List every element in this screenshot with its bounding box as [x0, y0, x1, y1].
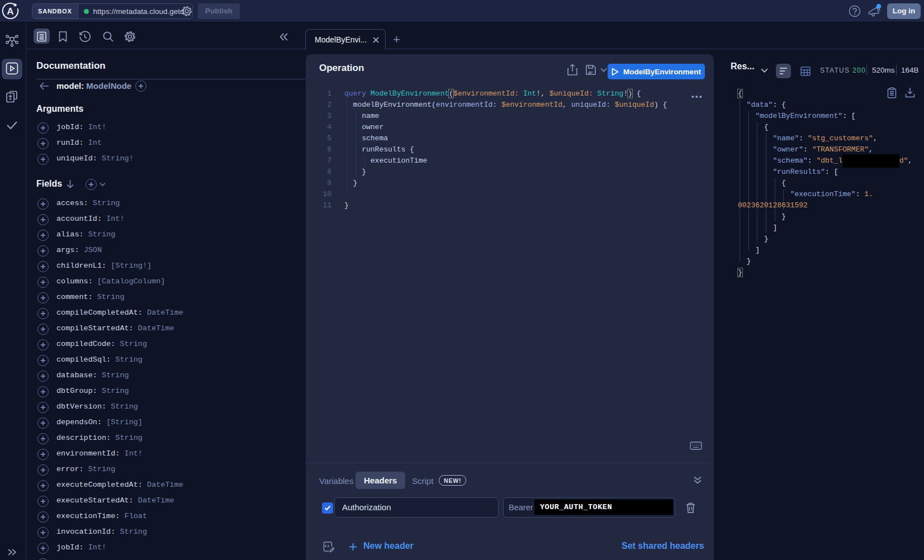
svg-text:A: A — [7, 6, 13, 17]
